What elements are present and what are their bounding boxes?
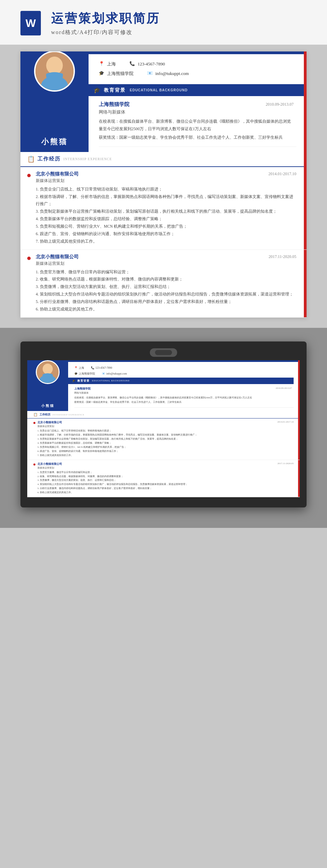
- edu-content: 上海熊猫学院 2010.09-2013.07 网络与新媒体 在校表现：在搜狐自媒…: [99, 96, 296, 147]
- mini-edu-icon: 🎓: [72, 379, 76, 382]
- mini-right: 📍 上海 📞 123-4567-7890 🎓 上海熊猫学院: [68, 362, 300, 411]
- mini-work-item-2: 北京小熊猫有限公司 2017.11-2020.05 新媒体运营策划 1. 负责官…: [27, 460, 300, 497]
- name-block: 小熊猫: [41, 137, 68, 147]
- location-icon: 📍: [99, 61, 105, 67]
- mini-edu-title: 教育背景: [77, 379, 90, 383]
- mini-school-icon: 🎓: [74, 372, 78, 375]
- contact-row-bottom: 🎓 上海熊猫学院 📧 info@tukuppt.com: [99, 71, 296, 77]
- edu-school: 上海熊猫学院: [99, 101, 129, 108]
- mini-edu-desc1: 在校表现：在搜狐自媒体平台、新浪博客、微信公众平台同步连载《哦耶推但》，其中搜狐…: [74, 396, 292, 400]
- work-section-header: 📋 工作经历 INTERNSHIP EXPERIENCE: [20, 152, 307, 167]
- mini-phone-text: 123-4567-7890: [95, 366, 112, 369]
- mini-edu-major: 网络与新媒体: [74, 391, 292, 395]
- mini-desc-1: 1. 负责企业门店线上、线下日常营销活动策划、审稿和落地执行跟进； 2. 根据市…: [37, 429, 294, 457]
- mini-work-header-row-1: 北京小熊猫有限公司 2014.01-2017.10: [37, 421, 294, 424]
- mini-work-subtitle: INTERNSHIP EXPERIENCE: [52, 414, 84, 416]
- mini-photo: [36, 360, 60, 384]
- header-right: 📍 上海 📞 123-4567-7890 🎓 上海熊猫学院 📧: [89, 54, 307, 152]
- mini-company-1: 北京小熊猫有限公司: [37, 421, 62, 424]
- mini-edu-school: 上海熊猫学院: [74, 387, 91, 391]
- work-date-1: 2014.01-2017.10: [268, 171, 296, 177]
- mini-email-text: info@tukuppt.com: [106, 372, 127, 375]
- mini-role-2: 新媒体运营策划: [37, 466, 294, 470]
- mini-location-icon: 📍: [74, 366, 78, 369]
- mini-edu-date: 2010.09-2013.07: [276, 387, 292, 391]
- work-item-2-header: 北京小熊猫有限公司 2017.11-2020.05: [36, 254, 296, 260]
- edu-subtitle: EDUCATIONAL BACKGROUND: [130, 88, 188, 92]
- edu-major: 网络与新媒体: [99, 109, 294, 115]
- name-chinese: 小熊猫: [41, 137, 68, 147]
- mini-phone: 📞 123-4567-7890: [91, 366, 112, 370]
- mini-work-title: 工作经历: [40, 413, 50, 416]
- mini-company-2: 北京小熊猫有限公司: [37, 462, 62, 466]
- photo-circle: [34, 51, 75, 92]
- header-left: 小熊猫: [20, 54, 89, 152]
- school-text: 上海熊猫学院: [107, 71, 134, 77]
- svg-point-3: [46, 57, 63, 74]
- work-desc-2: 1. 负责官方微博、微信平台日常内容的编写和运营； 2. 收集、研究网络热点话题…: [36, 269, 296, 313]
- svg-point-7: [43, 364, 52, 374]
- word-icon: [20, 11, 41, 35]
- resume-card: 小熊猫 📍 上海 📞 123-4567-7890: [20, 51, 307, 318]
- banner-text: 运营策划求职简历 word格式/A4打印/内容可修改: [51, 10, 160, 36]
- edu-section-header: 🎓 教育背景 EDUCATIONAL BACKGROUND: [89, 84, 307, 96]
- contact-row-top: 📍 上海 📞 123-4567-7890: [99, 61, 296, 67]
- phone-text: 123-4567-7890: [138, 61, 165, 67]
- work-item-2-content: 北京小熊猫有限公司 2017.11-2020.05 新媒体运营策划 1. 负责官…: [36, 254, 296, 313]
- edu-desc1: 在校表现：在搜狐自媒体平台、新浪博客、微信公众平台同步连载《哦耶推但》，其中搜狐…: [99, 118, 294, 133]
- top-banner: 运营策划求职简历 word格式/A4打印/内容可修改: [0, 0, 327, 45]
- mini-edu-row: 上海熊猫学院 2010.09-2013.07: [74, 387, 292, 391]
- mini-school: 🎓 上海熊猫学院: [74, 372, 95, 376]
- mini-date-2: 2017.11-2020.05: [277, 462, 294, 466]
- work-date-2: 2017.11-2020.05: [268, 254, 296, 259]
- mini-edu-content: 上海熊猫学院 2010.09-2013.07 网络与新媒体 在校表现：在搜狐自媒…: [74, 384, 294, 408]
- mini-edu-header: 🎓 教育背景 EDUCATIONAL BACKGROUND: [68, 378, 294, 384]
- mini-role-1: 新媒体运营策划: [37, 425, 294, 428]
- mini-desc-2: 1. 负责官方微博、微信平台日常内容的编写和运营； 2. 收集、研究网络热点话题…: [37, 471, 294, 495]
- clipboard-clip: [150, 348, 177, 357]
- work-subtitle: INTERNSHIP EXPERIENCE: [63, 157, 112, 161]
- work-icon: 📋: [27, 155, 35, 163]
- location-item: 📍 上海: [99, 61, 116, 67]
- lower-section: 小熊猫 📍 上海 📞 123-4567-7890: [0, 328, 327, 528]
- work-item-1: 北京小熊猫有限公司 2014.01-2017.10 新媒体运营策划 1. 负责企…: [20, 167, 307, 250]
- mini-header: 小熊猫 📍 上海 📞 123-4567-7890: [27, 362, 300, 411]
- location-text: 上海: [107, 61, 116, 67]
- mini-location-text: 上海: [79, 366, 84, 370]
- clipboard: 小熊猫 📍 上海 📞 123-4567-7890: [20, 341, 307, 507]
- work-role-1: 新媒体运营策划: [36, 178, 296, 184]
- mini-work-header: 📋 工作经历 INTERNSHIP EXPERIENCE: [27, 411, 300, 418]
- mini-left: 小熊猫: [27, 362, 68, 411]
- banner-title: 运营策划求职简历: [51, 10, 160, 27]
- resume-section: 小熊猫 📍 上海 📞 123-4567-7890: [0, 45, 327, 328]
- email-icon: 📧: [147, 71, 153, 77]
- mini-date-1: 2014.01-2017.10: [277, 421, 294, 424]
- phone-icon: 📞: [129, 61, 136, 67]
- email-item: 📧 info@tukuppt.com: [147, 71, 189, 77]
- edu-title: 教育背景: [104, 87, 126, 93]
- banner-subtitle: word格式/A4打印/内容可修改: [51, 29, 160, 36]
- work-title: 工作经历: [37, 156, 61, 162]
- mini-avatar: [37, 360, 59, 384]
- work-item-1-content: 北京小熊猫有限公司 2014.01-2017.10 新媒体运营策划 1. 负责企…: [36, 171, 296, 245]
- mini-work-header-row-2: 北京小熊猫有限公司 2017.11-2020.05: [37, 462, 294, 466]
- school-icon: 🎓: [99, 71, 105, 77]
- mini-location: 📍 上海: [74, 366, 84, 370]
- work-item-1-header: 北京小熊猫有限公司 2014.01-2017.10: [36, 171, 296, 177]
- edu-date: 2010.09-2013.07: [266, 102, 294, 107]
- phone-item: 📞 123-4567-7890: [129, 61, 165, 67]
- mini-edu-desc2: 获奖情况：国家一级励志奖学金、学生协会优秀干部、社会工作先进个人、工作创新奖、三…: [74, 400, 292, 405]
- edu-desc2: 获奖情况：国家一级励志奖学金、学生协会优秀干部、社会工作先进个人、工作创新奖、三…: [99, 134, 294, 141]
- mini-work-icon: 📋: [33, 413, 37, 416]
- mini-contact-bottom: 🎓 上海熊猫学院 📧 info@tukuppt.com: [74, 372, 294, 376]
- resume-header: 小熊猫 📍 上海 📞 123-4567-7890: [20, 54, 307, 152]
- work-desc-1: 1. 负责企业门店线上、线下日常营销活动策划、审稿和落地执行跟进； 2. 根据市…: [36, 186, 296, 245]
- mini-edu-subtitle: EDUCATIONAL BACKGROUND: [92, 380, 130, 382]
- edu-icon: 🎓: [94, 87, 101, 93]
- work-company-1: 北京小熊猫有限公司: [36, 171, 79, 177]
- mini-contact-top: 📍 上海 📞 123-4567-7890: [74, 366, 294, 370]
- mini-phone-icon: 📞: [91, 366, 94, 369]
- mini-school-text: 上海熊猫学院: [79, 372, 95, 376]
- email-text: info@tukuppt.com: [155, 71, 189, 76]
- mini-name: 小熊猫: [41, 403, 54, 408]
